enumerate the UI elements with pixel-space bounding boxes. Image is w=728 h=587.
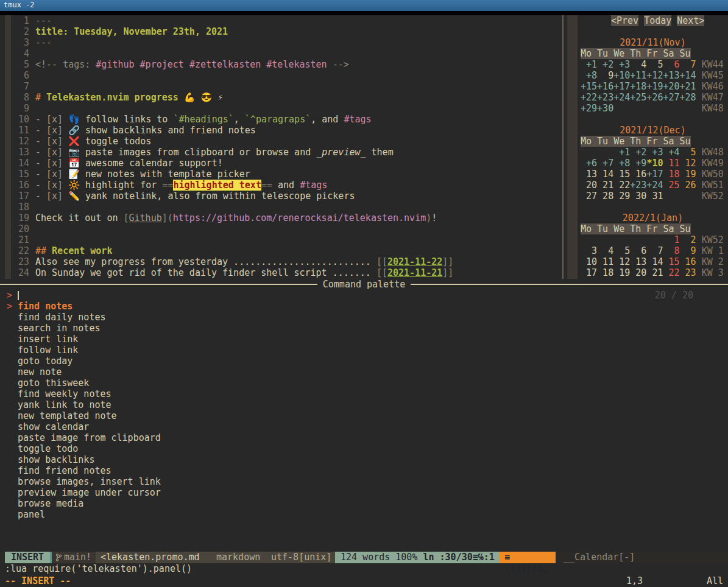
- token-dash: - [x]: [35, 191, 68, 202]
- markdown-editor[interactable]: 1---2title: Tuesday, November 23th, 2021…: [11, 15, 560, 278]
- palette-item[interactable]: show calendar: [0, 421, 728, 432]
- palette-item[interactable]: show backlinks: [0, 454, 728, 465]
- calendar-nav-today-button[interactable]: Today: [644, 15, 671, 26]
- token-cream: 17 18 19 20 21: [581, 267, 663, 278]
- token-sat: 18: [663, 169, 679, 180]
- palette-item[interactable]: new note: [0, 367, 728, 378]
- palette-item[interactable]: toggle todo: [0, 443, 728, 454]
- token-hm: #: [35, 92, 46, 103]
- pane-separator: [562, 15, 564, 279]
- token-kw: KW48: [696, 147, 724, 158]
- token-txt: awesome calendar support!: [80, 158, 223, 169]
- calendar-day-row[interactable]: +22+23+24+25+26+27+28 KW47: [581, 92, 725, 103]
- editor-line[interactable]: 24On Sunday we got rid of the daily find…: [11, 267, 560, 278]
- editor-line[interactable]: 6: [11, 70, 560, 81]
- calendar-pane[interactable]: <PrevTodayNext>2021/11(Nov)Mo Tu We Th F…: [581, 15, 725, 289]
- calendar-day-row[interactable]: 3 4 5 6 7 8 9 KW 1: [581, 245, 725, 256]
- editor-line[interactable]: 21: [11, 234, 560, 245]
- editor-line[interactable]: 16- [x] 🔆 highlight for ==highlighted te…: [11, 180, 560, 191]
- editor-line[interactable]: 19Check it out on [Github](https://githu…: [11, 213, 560, 223]
- palette-item[interactable]: preview image under cursor: [0, 487, 728, 498]
- line-content: title: Tuesday, November 23th, 2021: [29, 26, 228, 37]
- palette-item[interactable]: find weekly notes: [0, 388, 728, 399]
- palette-item[interactable]: follow link: [0, 345, 728, 356]
- calendar-day-row[interactable]: +29+30 KW48: [581, 103, 725, 114]
- palette-item[interactable]: search in notes: [0, 323, 728, 334]
- editor-line[interactable]: 12- [x] ❌ toggle todos: [11, 136, 560, 147]
- token-txt: Check it out on: [35, 213, 124, 223]
- calendar-day-row[interactable]: +8 9+10+11+12+13+14 KW45: [581, 70, 725, 81]
- token-cmt: [[: [376, 267, 387, 278]
- palette-item[interactable]: paste image from clipboard: [0, 432, 728, 443]
- editor-line[interactable]: 9: [11, 103, 560, 114]
- palette-item[interactable]: insert link: [0, 334, 728, 345]
- cursor-ruler: 1,3: [626, 575, 643, 586]
- token-gh: Github: [129, 213, 162, 223]
- calendar-day-row[interactable]: 20 21 22+23+24 25 26 KW51: [581, 180, 725, 191]
- calendar-day-row[interactable]: +15+16+17+18+19+20+21 KW46: [581, 81, 725, 92]
- editor-line[interactable]: 18: [11, 202, 560, 213]
- text-cursor: [18, 291, 19, 300]
- token-tag: #telekasten: [266, 59, 327, 70]
- palette-item[interactable]: browse images, insert link: [0, 476, 728, 487]
- palette-item[interactable]: find daily notes: [0, 312, 728, 323]
- editor-line[interactable]: 15- [x] 📝 new notes with template picker: [11, 169, 560, 180]
- calendar-month-title: 2022/1(Jan): [581, 213, 725, 223]
- calendar-day-row[interactable]: 13 14 15 16+17 18 19 KW50: [581, 169, 725, 180]
- calendar-nav-next-button[interactable]: Next>: [677, 15, 704, 26]
- calendar-day-row[interactable]: 1 2 KW52: [581, 234, 725, 245]
- calendar-day-row[interactable]: 17 18 19 20 21 22 23 KW 3: [581, 267, 725, 278]
- token-txt: Also see my progress from yesterday ....…: [35, 256, 376, 267]
- palette-item[interactable]: panel: [0, 509, 728, 520]
- editor-line[interactable]: 17- [x] ✏️ yank notelink, also from with…: [11, 191, 560, 202]
- palette-item[interactable]: new templated note: [0, 410, 728, 421]
- editor-line[interactable]: 2title: Tuesday, November 23th, 2021: [11, 26, 560, 37]
- palette-item[interactable]: browse media: [0, 498, 728, 509]
- editor-line[interactable]: 4: [11, 48, 560, 59]
- weekday-labels: Mo Tu We Th Fr Sa Su: [581, 223, 691, 234]
- token-dash: - [x]: [35, 180, 68, 191]
- palette-item[interactable]: goto thisweek: [0, 378, 728, 388]
- editor-line[interactable]: 23Also see my progress from yesterday ..…: [11, 256, 560, 267]
- calendar-left-gutter[interactable]: [567, 15, 578, 279]
- token-kw: KW44: [696, 59, 724, 70]
- calendar-day-row[interactable]: +1 +2 +3 +4 5 KW48: [581, 147, 725, 158]
- line-number: 13: [11, 147, 29, 158]
- line-content: Also see my progress from yesterday ....…: [29, 256, 453, 267]
- editor-line[interactable]: 7: [11, 81, 560, 92]
- calendar-day-row[interactable]: 10 11 12 13 14 15 16 KW 2: [581, 256, 725, 267]
- editor-line[interactable]: 3---: [11, 37, 560, 48]
- palette-prompt-row[interactable]: > 20 / 20: [0, 290, 728, 301]
- editor-line[interactable]: 5<!-- tags: #github #project #zettelkast…: [11, 59, 560, 70]
- editor-line[interactable]: 22## Recent work: [11, 245, 560, 256]
- editor-line[interactable]: 8# Telekasten.nvim progress 💪 😎 ⚡: [11, 92, 560, 103]
- editor-line[interactable]: 14- [x] 📅 awesome calendar support!: [11, 158, 560, 169]
- token-pad: [663, 191, 696, 202]
- line-content: [29, 70, 35, 81]
- editor-line[interactable]: 10- [x] 👣 follow links to `#headings`, `…: [11, 114, 560, 125]
- palette-item-list: find daily notessearch in notesinsert li…: [0, 312, 728, 520]
- calendar-nav-prev-button[interactable]: <Prev: [611, 15, 638, 26]
- editor-line[interactable]: 20: [11, 223, 560, 234]
- editor-line[interactable]: 11- [x] 🔗 show backlinks and friend note…: [11, 125, 560, 136]
- calendar-day-row[interactable]: +1 +2 +3 4 5 6 7 KW44: [581, 59, 725, 70]
- calendar-day-row[interactable]: +6 +7 +8 +9*10 11 12 KW49: [581, 158, 725, 169]
- palette-item[interactable]: goto today: [0, 356, 728, 367]
- command-line[interactable]: :lua require('telekasten').panel(): [5, 563, 192, 574]
- editor-line[interactable]: 13- [x] 📷 paste images from clipboard or…: [11, 147, 560, 158]
- token-ital: _preview_: [316, 147, 366, 158]
- palette-item[interactable]: find friend notes: [0, 465, 728, 476]
- token-url: https://github.com/renerocksai/telekaste…: [173, 213, 426, 223]
- calendar-spacer: [581, 202, 725, 213]
- editor-line[interactable]: 1---: [11, 15, 560, 26]
- insert-mode-text: -- INSERT --: [5, 575, 71, 586]
- token-kw: KW51: [696, 180, 724, 191]
- selected-item-label: find notes: [18, 301, 72, 312]
- line-number: 3: [11, 37, 29, 48]
- token-emoji: 💪 😎 ⚡: [184, 92, 224, 103]
- palette-selected-item[interactable]: > find notes: [0, 301, 728, 312]
- token-sun: 12: [680, 158, 696, 169]
- palette-item[interactable]: yank link to note: [0, 399, 728, 410]
- calendar-day-row[interactable]: 27 28 29 30 31 KW52: [581, 191, 725, 202]
- token-txt: ,: [234, 114, 245, 125]
